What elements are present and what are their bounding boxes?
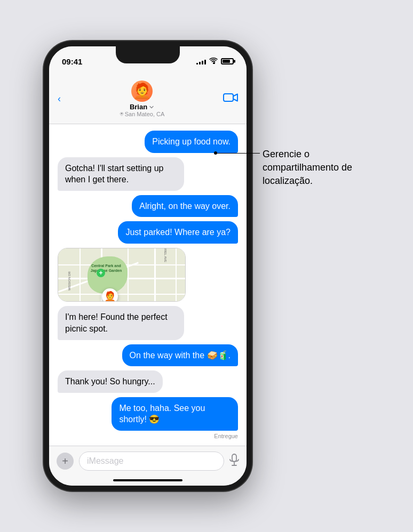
microphone-icon [229, 454, 239, 466]
messages-list: Picking up food now. Gotcha! I'll start … [49, 124, 247, 446]
message-sent-7: On the way with the 🥪🧃. [122, 344, 238, 367]
notch [116, 46, 180, 63]
status-time: 09:41 [62, 57, 82, 66]
back-button[interactable]: ‹ [58, 93, 61, 104]
svg-rect-8 [232, 454, 236, 462]
nav-header: ‹ 🧑‍🦰 Brian San Mateo, CA [49, 76, 247, 124]
map-image: Central Park and Japanese Garden + 🧑‍🦰 M… [58, 248, 185, 302]
message-sent-9: Me too, haha. See you shortly! 😎 [112, 397, 238, 431]
message-received-6: I'm here! Found the perfect picnic spot. [58, 306, 184, 340]
map-add-icon: + [97, 269, 105, 277]
video-call-button[interactable] [223, 92, 238, 106]
avatar: 🧑‍🦰 [131, 80, 153, 102]
contact-location: San Mateo, CA [120, 111, 165, 117]
annotation-line [217, 153, 260, 154]
message-received-8: Thank you! So hungry... [58, 370, 163, 393]
contact-info[interactable]: 🧑‍🦰 Brian San Mateo, CA [120, 80, 165, 117]
status-bar: 09:41 [49, 46, 247, 76]
location-icon [120, 112, 124, 116]
delivered-label: Entregue [214, 433, 238, 439]
message-input[interactable]: iMessage [79, 452, 224, 471]
contact-name: Brian [130, 103, 154, 111]
map-message[interactable]: Central Park and Japanese Garden + 🧑‍🦰 M… [58, 248, 186, 302]
add-attachment-button[interactable]: + [57, 453, 74, 470]
home-indicator [113, 479, 182, 481]
wifi-icon [209, 58, 218, 66]
map-user-pin: 🧑‍🦰 [102, 288, 118, 302]
signal-icon [196, 58, 206, 65]
annotation: Gerencie o compartilhamento de localizaç… [263, 148, 369, 188]
battery-icon [221, 58, 234, 65]
scene: 09:41 [44, 41, 369, 491]
annotation-text: Gerencie o compartilhamento de localizaç… [263, 148, 369, 188]
map-park-label: Central Park and Japanese Garden [90, 263, 122, 273]
status-icons [196, 58, 234, 66]
message-received-2: Gotcha! I'll start setting up when I get… [58, 157, 184, 191]
svg-rect-1 [224, 94, 233, 101]
svg-point-0 [121, 113, 122, 115]
message-sent-1: Picking up food now. [145, 131, 238, 153]
phone: 09:41 [44, 41, 252, 491]
message-placeholder: iMessage [87, 456, 123, 466]
message-sent-4: Just parked! Where are ya? [118, 221, 238, 244]
message-sent-3: Alright, on the way over. [132, 195, 238, 217]
mic-button[interactable] [229, 454, 239, 469]
chevron-down-icon [149, 104, 154, 110]
